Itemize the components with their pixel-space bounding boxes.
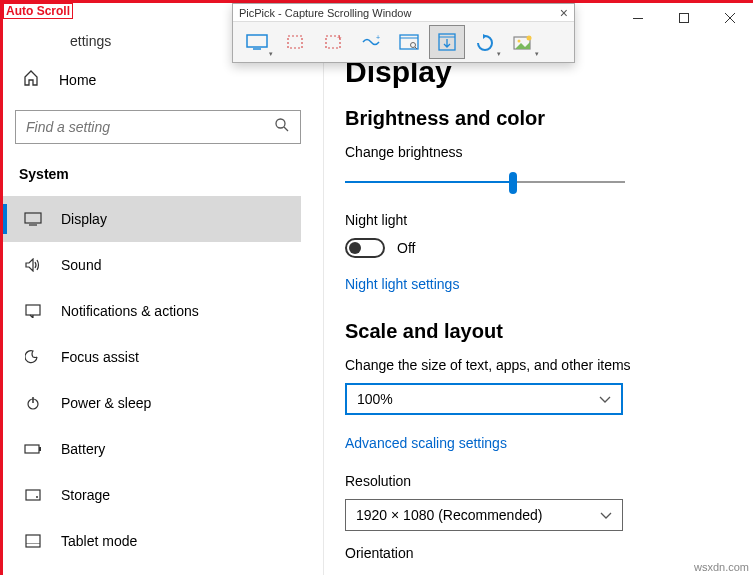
svg-rect-13 bbox=[26, 490, 40, 500]
scale-value: 100% bbox=[357, 391, 393, 407]
nightlight-toggle[interactable] bbox=[345, 238, 385, 258]
sidebar-item-tablet[interactable]: Tablet mode bbox=[15, 518, 313, 564]
sidebar-item-label: Tablet mode bbox=[61, 533, 137, 549]
svg-point-25 bbox=[411, 43, 416, 48]
autoscroll-badge: Auto Scroll bbox=[3, 3, 73, 19]
svg-rect-19 bbox=[288, 36, 302, 48]
notifications-icon bbox=[23, 304, 43, 318]
picpick-close-icon[interactable]: × bbox=[560, 5, 568, 21]
capture-scrolling-button[interactable] bbox=[429, 25, 465, 59]
svg-rect-0 bbox=[633, 18, 643, 19]
close-button[interactable] bbox=[707, 3, 753, 33]
storage-icon bbox=[23, 489, 43, 501]
resolution-label: Resolution bbox=[345, 473, 733, 489]
orientation-label: Orientation bbox=[345, 545, 733, 561]
brightness-slider[interactable] bbox=[345, 170, 625, 194]
svg-text:+: + bbox=[376, 35, 380, 41]
svg-rect-17 bbox=[247, 35, 267, 47]
sidebar-item-label: Sound bbox=[61, 257, 101, 273]
repeat-capture-button[interactable]: ▾ bbox=[467, 25, 503, 59]
chevron-down-icon bbox=[600, 507, 612, 523]
search-input[interactable] bbox=[26, 119, 274, 135]
sidebar-item-focus[interactable]: Focus assist bbox=[15, 334, 313, 380]
power-icon bbox=[23, 395, 43, 411]
svg-rect-6 bbox=[25, 213, 41, 223]
capture-fixed-region-button[interactable]: + bbox=[315, 25, 351, 59]
home-label: Home bbox=[59, 72, 96, 88]
search-input-container[interactable] bbox=[15, 110, 301, 144]
capture-window-button[interactable] bbox=[391, 25, 427, 59]
sidebar-item-label: Storage bbox=[61, 487, 110, 503]
sidebar-item-notifications[interactable]: Notifications & actions bbox=[15, 288, 313, 334]
minimize-button[interactable] bbox=[615, 3, 661, 33]
svg-point-30 bbox=[518, 40, 521, 43]
sound-icon bbox=[23, 258, 43, 272]
nightlight-label: Night light bbox=[345, 212, 733, 228]
brightness-label: Change brightness bbox=[345, 144, 733, 160]
picpick-title: PicPick - Capture Scrolling Window bbox=[239, 7, 411, 19]
nightlight-settings-link[interactable]: Night light settings bbox=[345, 276, 459, 292]
window-title-fragment: ettings bbox=[70, 33, 111, 49]
svg-rect-16 bbox=[26, 543, 40, 544]
home-icon bbox=[23, 70, 41, 90]
window-controls bbox=[615, 3, 753, 33]
category-system: System bbox=[15, 162, 313, 196]
sidebar-item-label: Notifications & actions bbox=[61, 303, 199, 319]
sidebar-item-label: Focus assist bbox=[61, 349, 139, 365]
watermark: wsxdn.com bbox=[694, 561, 749, 573]
svg-rect-12 bbox=[39, 447, 41, 451]
sidebar-item-power[interactable]: Power & sleep bbox=[15, 380, 313, 426]
section-brightness: Brightness and color bbox=[345, 107, 733, 130]
home-nav[interactable]: Home bbox=[15, 60, 313, 100]
svg-rect-11 bbox=[25, 445, 39, 453]
svg-rect-15 bbox=[26, 535, 40, 547]
capture-freehand-button[interactable]: + bbox=[353, 25, 389, 59]
svg-point-31 bbox=[527, 36, 532, 41]
battery-icon bbox=[23, 444, 43, 454]
toggle-state: Off bbox=[397, 240, 415, 256]
focus-icon bbox=[23, 349, 43, 365]
advanced-scaling-link[interactable]: Advanced scaling settings bbox=[345, 435, 507, 451]
display-icon bbox=[23, 212, 43, 226]
content-divider bbox=[323, 33, 324, 575]
svg-rect-8 bbox=[26, 305, 40, 315]
capture-fullscreen-button[interactable]: ▾ bbox=[239, 25, 275, 59]
image-editor-button[interactable]: ▾ bbox=[505, 25, 541, 59]
picpick-window: PicPick - Capture Scrolling Window × ▾ +… bbox=[232, 3, 575, 63]
svg-rect-1 bbox=[680, 14, 689, 23]
scale-label: Change the size of text, apps, and other… bbox=[345, 357, 733, 373]
tablet-icon bbox=[23, 534, 43, 548]
resolution-value: 1920 × 1080 (Recommended) bbox=[356, 507, 542, 523]
svg-line-5 bbox=[284, 127, 288, 131]
section-scale: Scale and layout bbox=[345, 320, 733, 343]
scale-dropdown[interactable]: 100% bbox=[345, 383, 623, 415]
chevron-down-icon bbox=[599, 391, 611, 407]
sidebar-item-battery[interactable]: Battery bbox=[15, 426, 313, 472]
svg-point-14 bbox=[36, 496, 38, 498]
maximize-button[interactable] bbox=[661, 3, 707, 33]
search-icon bbox=[274, 117, 290, 137]
svg-point-4 bbox=[276, 119, 285, 128]
sidebar-item-display[interactable]: Display bbox=[3, 196, 301, 242]
sidebar-item-label: Battery bbox=[61, 441, 105, 457]
sidebar-item-label: Display bbox=[61, 211, 107, 227]
resolution-dropdown[interactable]: 1920 × 1080 (Recommended) bbox=[345, 499, 623, 531]
sidebar-item-storage[interactable]: Storage bbox=[15, 472, 313, 518]
sidebar-item-label: Power & sleep bbox=[61, 395, 151, 411]
capture-region-button[interactable] bbox=[277, 25, 313, 59]
sidebar-item-sound[interactable]: Sound bbox=[15, 242, 313, 288]
svg-text:+: + bbox=[337, 34, 342, 42]
